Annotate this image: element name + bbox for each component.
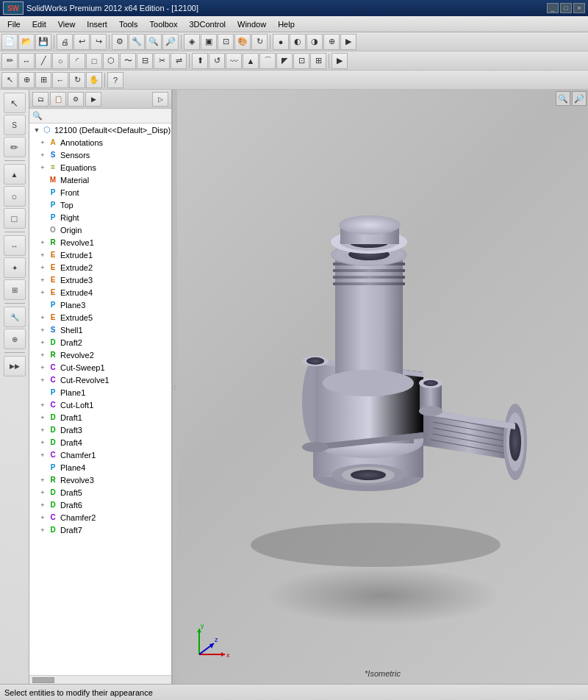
tb-zoom-in[interactable]: 🔍 <box>146 34 162 50</box>
tree-item-cut-revolve1[interactable]: + C Cut-Revolve1 <box>29 374 171 386</box>
tb-options[interactable]: 🔧 <box>129 34 145 50</box>
tool-expand[interactable]: ▶▶ <box>4 356 26 376</box>
tree-item-revolve2[interactable]: + R Revolve2 <box>29 349 171 361</box>
tb-new[interactable]: 📄 <box>1 34 18 50</box>
tb2-circle[interactable]: ○ <box>52 53 68 69</box>
tool-rectangle[interactable]: □ <box>4 208 26 229</box>
tool-appearance[interactable]: ⊕ <box>4 329 26 349</box>
tb-more3[interactable]: ◑ <box>306 34 323 50</box>
tool-material[interactable]: 🔧 <box>4 307 26 327</box>
tree-expand-draft4[interactable]: + <box>38 438 47 447</box>
tb3-pan[interactable]: ✋ <box>86 72 102 88</box>
tb-more4[interactable]: ⊕ <box>323 34 340 50</box>
tb2-mirror[interactable]: ⇌ <box>171 53 187 69</box>
hscroll-thumb[interactable] <box>32 677 54 683</box>
tree-expand-sensors[interactable]: + <box>38 151 47 160</box>
tb2-revolve[interactable]: ↺ <box>209 53 225 69</box>
tool-note[interactable]: ✦ <box>4 257 26 278</box>
tree-item-material[interactable]: M Material <box>29 174 171 186</box>
tree-item-chamfer2[interactable]: + C Chamfer2 <box>29 511 171 524</box>
tree-expand-material[interactable] <box>38 176 47 185</box>
tree-item-origin[interactable]: O Origin <box>29 224 171 236</box>
tree-item-right[interactable]: P Right <box>29 211 171 224</box>
tb2-rect[interactable]: □ <box>86 53 102 69</box>
menu-help[interactable]: Help <box>272 18 301 30</box>
tree-item-cut-sweep1[interactable]: + C Cut-Sweep1 <box>29 361 171 374</box>
tree-expand-top[interactable] <box>38 201 47 210</box>
maximize-button[interactable]: □ <box>560 3 572 13</box>
menu-3dcontrol[interactable]: 3DControl <box>183 18 232 30</box>
tb-appearance[interactable]: 🎨 <box>234 34 251 50</box>
vp-zoom-out-btn[interactable]: 🔍 <box>556 91 570 106</box>
tree-item-extrude5[interactable]: + E Extrude5 <box>29 311 171 324</box>
tb2-poly[interactable]: ⬡ <box>103 53 119 69</box>
tree-expand-draft5[interactable]: + <box>38 488 47 497</box>
minimize-button[interactable]: _ <box>547 3 559 13</box>
tb-redo[interactable]: ↪ <box>90 34 107 50</box>
tb2-offset[interactable]: ⊟ <box>137 53 153 69</box>
tb2-chamfer[interactable]: ◤ <box>276 53 293 69</box>
tree-expand-extrude1[interactable]: + <box>38 251 47 260</box>
tb-open[interactable]: 📂 <box>18 34 35 50</box>
tree-expand-extrude2[interactable]: + <box>38 263 47 272</box>
tree-expand-plane3[interactable] <box>38 301 47 310</box>
tree-expand-shell1[interactable]: + <box>38 326 47 335</box>
tb2-line[interactable]: ╱ <box>35 53 51 69</box>
tree-expand-draft1[interactable]: + <box>38 413 47 422</box>
menu-tools[interactable]: Tools <box>113 18 144 30</box>
menu-toolbox[interactable]: Toolbox <box>144 18 184 30</box>
tree-expand-revolve1[interactable]: + <box>38 238 47 247</box>
tool-dimension[interactable]: ↔ <box>4 235 26 256</box>
tb2-trim[interactable]: ✂ <box>154 53 170 69</box>
tb3-select[interactable]: ↖ <box>1 72 18 88</box>
tb3-zoom-win[interactable]: ⊕ <box>18 72 35 88</box>
tree-item-draft5[interactable]: + D Draft5 <box>29 486 171 499</box>
tool-relation[interactable]: ⊞ <box>4 279 26 300</box>
tree-item-draft3[interactable]: + D Draft3 <box>29 424 171 436</box>
tb-rebuild[interactable]: ⚙ <box>112 34 128 50</box>
tb-more2[interactable]: ◐ <box>290 34 306 50</box>
menu-view[interactable]: View <box>52 18 82 30</box>
tb2-arc[interactable]: ◜ <box>69 53 85 69</box>
tree-expand-cut-loft1[interactable]: + <box>38 401 47 410</box>
tree-expand-revolve2[interactable]: + <box>38 351 47 360</box>
tree-item-plane3[interactable]: P Plane3 <box>29 299 171 311</box>
tree-tb-end[interactable]: ▷ <box>152 92 168 107</box>
tb-section[interactable]: ⊡ <box>218 34 234 50</box>
tb-undo[interactable]: ↩ <box>74 34 90 50</box>
tb2-sketch[interactable]: ✏ <box>1 53 18 69</box>
tb2-extrude[interactable]: ⬆ <box>192 53 208 69</box>
tb2-loft[interactable]: ▲ <box>243 53 259 69</box>
tb2-smart-dim[interactable]: ↔ <box>18 53 35 69</box>
tree-expand-cut-sweep1[interactable]: + <box>38 363 47 372</box>
tree-item-plane1[interactable]: P Plane1 <box>29 386 171 399</box>
tool-features[interactable]: ▲ <box>4 164 26 185</box>
tree-expand-extrude3[interactable]: + <box>38 276 47 285</box>
tree-item-shell1[interactable]: + S Shell1 <box>29 324 171 336</box>
tb-display[interactable]: ▣ <box>201 34 217 50</box>
tree-item-extrude2[interactable]: + E Extrude2 <box>29 261 171 274</box>
tree-expand-equations[interactable]: + <box>38 163 47 172</box>
tree-expand-chamfer2[interactable]: + <box>38 513 47 522</box>
tree-expand-chamfer1[interactable]: + <box>38 451 47 460</box>
tree-item-draft1[interactable]: + D Draft1 <box>29 411 171 424</box>
tb2-sweep[interactable]: 〰 <box>226 53 242 69</box>
feature-tree-content[interactable]: ▼ ⬡ 12100 (Default<<Default>_Disp) + A A… <box>29 124 171 675</box>
tree-expand-annotations[interactable]: + <box>38 138 47 147</box>
viewport[interactable]: 🔍 🔎 <box>177 90 588 684</box>
tree-item-top[interactable]: P Top <box>29 199 171 211</box>
tree-expand-extrude5[interactable]: + <box>38 313 47 322</box>
tree-item-draft2[interactable]: + D Draft2 <box>29 336 171 349</box>
tool-select[interactable]: ↖ <box>4 93 26 113</box>
tb2-fillet[interactable]: ⌒ <box>259 53 276 69</box>
tree-expand-origin[interactable] <box>38 226 47 235</box>
tree-tb-featuremanager[interactable]: 🗂 <box>32 92 49 107</box>
tree-expand-extrude4[interactable]: + <box>38 288 47 297</box>
vp-zoom-in-btn[interactable]: 🔎 <box>572 91 587 106</box>
tb3-rotate[interactable]: ↻ <box>69 72 85 88</box>
tb3-zoom-fit[interactable]: ⊞ <box>35 72 51 88</box>
tree-expand-right[interactable] <box>38 213 47 222</box>
tree-expand-cut-revolve1[interactable]: + <box>38 376 47 385</box>
tree-item-equations[interactable]: + = Equations <box>29 161 171 174</box>
tb2-spline[interactable]: 〜 <box>120 53 136 69</box>
